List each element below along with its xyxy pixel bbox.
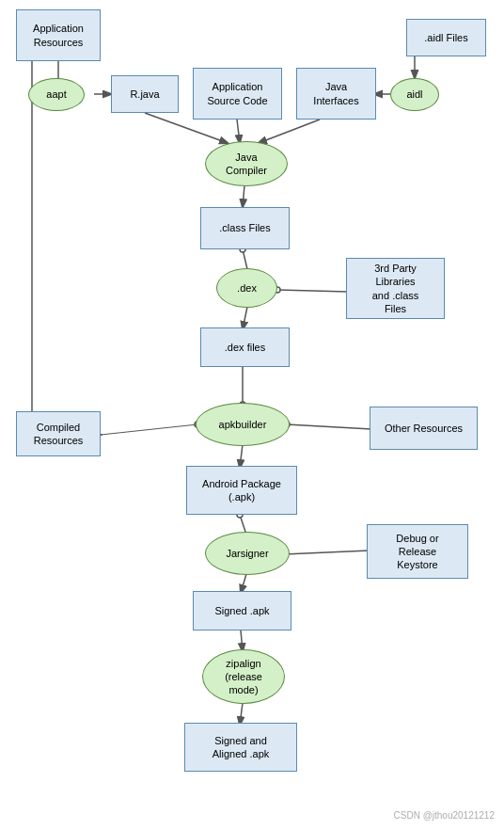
app-source-box: Application Source Code bbox=[193, 68, 282, 120]
compiled-resources-box: Compiled Resources bbox=[16, 411, 101, 456]
signed-aligned-box: Signed and Aligned .apk bbox=[184, 723, 297, 772]
svg-line-6 bbox=[259, 120, 320, 143]
svg-line-9 bbox=[243, 185, 244, 207]
aidl-files-box: .aidl Files bbox=[406, 19, 486, 56]
svg-line-24 bbox=[284, 551, 370, 554]
java-interfaces-box: Java Interfaces bbox=[296, 68, 376, 120]
svg-line-21 bbox=[240, 444, 243, 468]
rjava-box: R.java bbox=[111, 75, 179, 113]
compiled-resources-label: Compiled Resources bbox=[34, 421, 84, 448]
svg-line-10 bbox=[243, 249, 247, 269]
aidl-label: aidl bbox=[406, 88, 422, 101]
dex-label: .dex bbox=[237, 281, 257, 295]
svg-line-26 bbox=[241, 574, 246, 593]
signed-apk-box: Signed .apk bbox=[193, 591, 291, 630]
svg-line-27 bbox=[241, 630, 243, 651]
zipalign-label: zipalign (release mode) bbox=[225, 657, 262, 697]
aapt-ellipse: aapt bbox=[28, 78, 85, 111]
aidl-ellipse: aidl bbox=[390, 78, 439, 111]
aidl-files-label: .aidl Files bbox=[424, 31, 467, 44]
zipalign-ellipse: zipalign (release mode) bbox=[202, 649, 285, 704]
java-compiler-ellipse: Java Compiler bbox=[205, 141, 288, 186]
keystore-label: Debug or Release Keystore bbox=[396, 532, 438, 572]
svg-line-5 bbox=[237, 120, 240, 143]
app-source-label: Application Source Code bbox=[207, 80, 267, 107]
signed-aligned-label: Signed and Aligned .apk bbox=[213, 734, 270, 761]
svg-line-12 bbox=[243, 307, 247, 329]
rjava-label: R.java bbox=[130, 88, 159, 101]
third-party-box: 3rd Party Libraries and .class Files bbox=[346, 258, 445, 319]
svg-line-13 bbox=[277, 290, 348, 292]
dex-ellipse: .dex bbox=[216, 268, 277, 308]
java-interfaces-label: Java Interfaces bbox=[313, 80, 358, 107]
dex-files-box: .dex files bbox=[200, 327, 290, 367]
app-resources-box: Application Resources bbox=[16, 9, 101, 61]
third-party-label: 3rd Party Libraries and .class Files bbox=[372, 262, 419, 315]
jarsigner-label: Jarsigner bbox=[226, 547, 268, 560]
java-compiler-label: Java Compiler bbox=[226, 151, 267, 178]
signed-apk-label: Signed .apk bbox=[214, 604, 269, 617]
svg-line-19 bbox=[287, 424, 371, 429]
diagram: Application Resources .aidl Files aapt R… bbox=[0, 0, 504, 830]
apkbuilder-ellipse: apkbuilder bbox=[196, 403, 290, 446]
class-files-box: .class Files bbox=[200, 207, 290, 249]
android-package-label: Android Package (.apk) bbox=[202, 477, 281, 504]
svg-line-17 bbox=[101, 424, 197, 435]
other-resources-box: Other Resources bbox=[370, 407, 478, 450]
dex-files-label: .dex files bbox=[225, 341, 265, 354]
watermark: CSDN @jthou20121212 bbox=[394, 810, 495, 821]
other-resources-label: Other Resources bbox=[385, 422, 463, 435]
class-files-label: .class Files bbox=[219, 221, 270, 234]
watermark-text: CSDN @jthou20121212 bbox=[394, 810, 495, 821]
android-package-box: Android Package (.apk) bbox=[186, 466, 297, 515]
apkbuilder-label: apkbuilder bbox=[219, 418, 267, 431]
svg-line-28 bbox=[240, 703, 243, 725]
aapt-label: aapt bbox=[46, 88, 66, 101]
app-resources-label: Application Resources bbox=[33, 22, 84, 49]
jarsigner-ellipse: Jarsigner bbox=[205, 532, 290, 575]
keystore-box: Debug or Release Keystore bbox=[367, 524, 468, 579]
